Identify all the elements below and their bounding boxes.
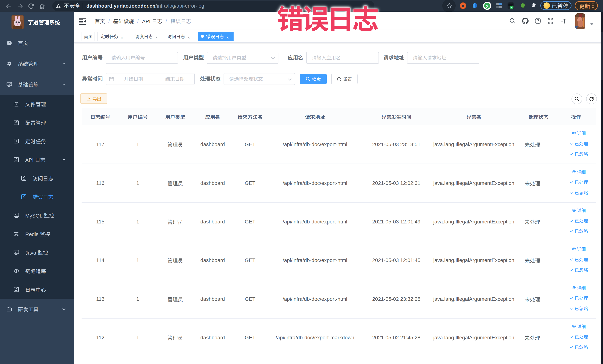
svg-text:on: on — [510, 6, 513, 8]
